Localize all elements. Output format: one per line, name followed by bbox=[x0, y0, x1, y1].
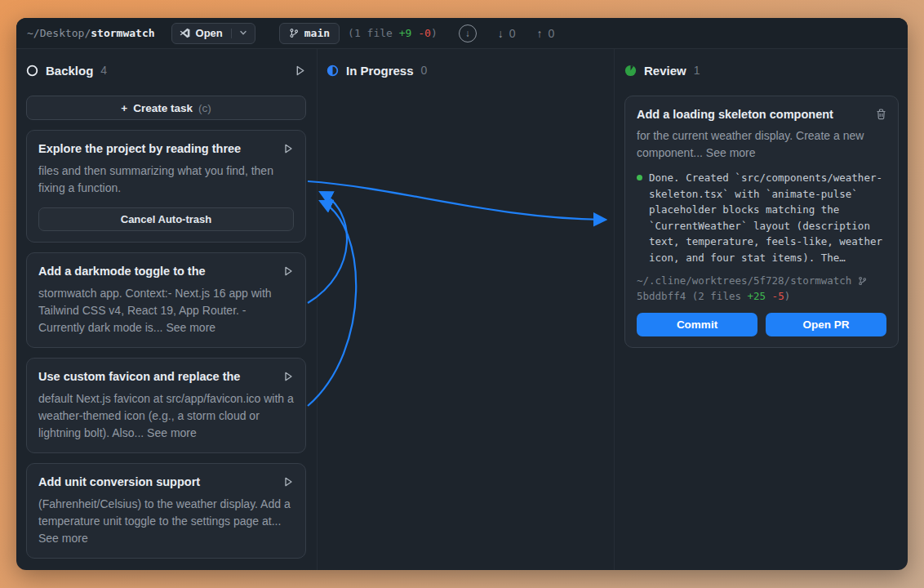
diff-open: (1 file bbox=[348, 27, 393, 39]
column-review: Review 1 Add a loading skeleton componen… bbox=[624, 62, 899, 348]
open-button-dropdown[interactable] bbox=[231, 29, 255, 38]
open-pr-button[interactable]: Open PR bbox=[766, 313, 886, 336]
sync-status: ↓ 0 ↑ 0 bbox=[498, 27, 555, 40]
push-count: 0 bbox=[549, 27, 555, 40]
run-task-play-icon[interactable] bbox=[282, 476, 294, 488]
task-card[interactable]: Explore the project by reading three fil… bbox=[26, 130, 306, 243]
task-card[interactable]: Use custom favicon and replace the defau… bbox=[26, 358, 306, 453]
diff-additions: +9 bbox=[399, 27, 412, 39]
titlebar: ~/Desktop/stormwatch Open bbox=[16, 18, 908, 49]
project-path: ~/Desktop/stormwatch bbox=[27, 27, 155, 39]
push-arrow-icon: ↑ bbox=[537, 27, 543, 40]
desktop-background: ~/Desktop/stormwatch Open bbox=[0, 0, 924, 588]
backlog-title: Backlog bbox=[46, 64, 93, 78]
commit-hash: 5bddbff4 bbox=[637, 290, 686, 302]
task-title: Use custom favicon and replace the bbox=[38, 368, 276, 385]
create-task-button[interactable]: + Create task (c) bbox=[26, 96, 306, 120]
review-task-card[interactable]: Add a loading skeleton component for the… bbox=[624, 96, 899, 348]
download-arrow-icon: ↓ bbox=[465, 28, 470, 39]
run-column-play-icon[interactable] bbox=[294, 65, 306, 77]
run-task-play-icon[interactable] bbox=[282, 143, 294, 154]
open-button-main[interactable]: Open bbox=[172, 27, 231, 39]
diff-deletions: -0 bbox=[418, 27, 431, 39]
app-window: ~/Desktop/stormwatch Open bbox=[16, 18, 908, 570]
commit-close: ) bbox=[784, 290, 791, 302]
review-header: Review 1 bbox=[624, 62, 899, 78]
git-branch-icon bbox=[289, 28, 299, 38]
branch-button[interactable]: main bbox=[279, 23, 340, 44]
agent-log-text: Done. Created `src/components/weather-sk… bbox=[649, 170, 886, 265]
task-description: default Next.js favicon at src/app/favic… bbox=[38, 390, 294, 442]
open-in-editor-button[interactable]: Open bbox=[171, 23, 255, 44]
in-progress-title: In Progress bbox=[346, 64, 414, 78]
column-in-progress: In Progress 0 bbox=[327, 62, 604, 78]
task-description: files and then summarizing what you find… bbox=[38, 163, 294, 197]
review-count: 1 bbox=[694, 64, 700, 77]
commit-additions: +25 bbox=[748, 290, 766, 302]
backlog-status-icon bbox=[26, 65, 38, 77]
plus-icon: + bbox=[121, 102, 127, 114]
task-description: for the current weather display. Create … bbox=[637, 127, 886, 162]
task-title: Explore the project by reading three bbox=[38, 140, 276, 157]
task-card[interactable]: Add a darkmode toggle to the stormwatch … bbox=[26, 252, 306, 348]
review-title: Review bbox=[644, 64, 686, 78]
path-project-name: stormwatch bbox=[91, 27, 154, 39]
agent-log: Done. Created `src/components/weather-sk… bbox=[637, 170, 886, 265]
backlog-count: 4 bbox=[100, 64, 107, 77]
trash-icon[interactable] bbox=[876, 109, 886, 120]
task-description: (Fahrenheit/Celsius) to the weather disp… bbox=[38, 496, 294, 547]
in-progress-count: 0 bbox=[421, 64, 428, 77]
task-title: Add a loading skeleton component bbox=[637, 106, 869, 122]
run-task-play-icon[interactable] bbox=[282, 371, 294, 382]
pull-arrow-icon: ↓ bbox=[498, 27, 504, 40]
commit-button[interactable]: Commit bbox=[637, 313, 757, 336]
path-prefix: ~/Desktop/ bbox=[27, 27, 91, 39]
download-button[interactable]: ↓ bbox=[459, 24, 477, 42]
column-backlog: Backlog 4 + Create task (c) Explore the … bbox=[26, 62, 306, 559]
worktree-path: ~/.cline/worktrees/5f728/stormwatch bbox=[637, 274, 851, 287]
create-task-shortcut: (c) bbox=[198, 102, 211, 114]
in-progress-header: In Progress 0 bbox=[327, 62, 604, 78]
pull-count: 0 bbox=[509, 27, 516, 40]
git-branch-icon bbox=[858, 276, 867, 286]
create-task-label: Create task bbox=[133, 102, 193, 114]
commit-deletions: -5 bbox=[772, 290, 784, 302]
branch-name: main bbox=[304, 27, 330, 39]
task-title: Add unit conversion support bbox=[38, 474, 276, 490]
column-divider bbox=[317, 49, 318, 570]
task-title: Add a darkmode toggle to the bbox=[38, 263, 276, 279]
open-button-label: Open bbox=[196, 27, 223, 39]
review-status-icon bbox=[624, 65, 637, 77]
column-divider bbox=[614, 49, 615, 570]
backlog-header: Backlog 4 bbox=[26, 62, 306, 78]
chevron-down-icon bbox=[239, 29, 247, 37]
status-dot-green bbox=[637, 175, 642, 180]
diff-close: ) bbox=[431, 27, 438, 39]
task-description: stormwatch app. Context:- Next.js 16 app… bbox=[38, 285, 294, 336]
vscode-icon bbox=[180, 28, 190, 38]
cancel-auto-trash-button[interactable]: Cancel Auto-trash bbox=[38, 207, 294, 231]
task-card[interactable]: Add unit conversion support (Fahrenheit/… bbox=[26, 463, 306, 559]
worktree-info: ~/.cline/worktrees/5f728/stormwatch 5bdd… bbox=[637, 273, 886, 304]
in-progress-status-icon bbox=[327, 65, 339, 77]
commit-stats: 5bddbff4 (2 files +25 -5) bbox=[637, 290, 790, 302]
run-task-play-icon[interactable] bbox=[282, 265, 294, 277]
workspace-diff-stats: (1 file +9 -0) bbox=[348, 27, 438, 39]
commit-files: (2 files bbox=[692, 290, 741, 302]
kanban-board: Backlog 4 + Create task (c) Explore the … bbox=[16, 49, 908, 570]
